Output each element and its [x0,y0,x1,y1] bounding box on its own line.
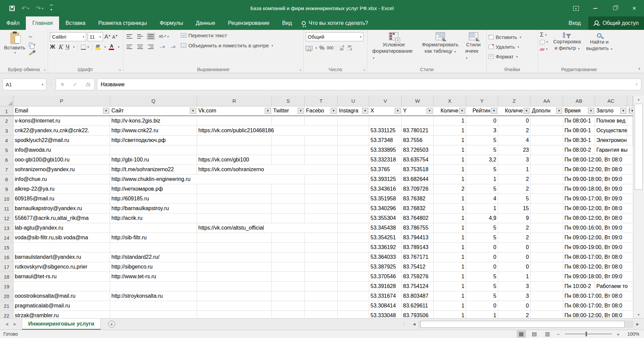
cell[interactable]: http://v-kons.2gis.biz [110,116,197,126]
cell[interactable]: Осуществле [595,126,627,136]
filter-button[interactable]: ▼ [331,108,337,114]
filter-button[interactable]: ▼ [190,108,196,114]
cell[interactable]: Пн 08:00-12:00, Вт 08:0 [563,165,595,175]
cell[interactable]: 15 [498,204,531,213]
cell[interactable]: 1 [434,213,466,223]
cell[interactable]: ooostroikonsalta@mail.ru [13,291,110,301]
cell[interactable] [338,194,369,204]
cell[interactable] [197,301,272,311]
filter-button[interactable]: ▼ [459,108,465,114]
cell[interactable] [531,194,563,204]
cell[interactable]: 83.75412 [402,262,434,272]
column-header-T[interactable]: T [305,96,338,106]
cell[interactable] [531,311,563,318]
column-header-R[interactable]: R [197,96,272,106]
cell[interactable] [338,272,369,282]
cell[interactable] [338,213,369,223]
cell[interactable] [110,282,197,291]
zoom-in-icon[interactable]: + [616,331,621,337]
cell[interactable] [305,243,338,252]
cell[interactable]: 5 [466,282,498,291]
cell[interactable] [531,204,563,213]
cell[interactable] [197,145,272,155]
cell[interactable] [338,252,369,262]
cell[interactable]: Пн 08:00-12:00, Вт 08:0 [563,155,595,165]
cell[interactable]: Время▼ [563,106,595,116]
decrease-indent-button[interactable]: ←≡ [157,43,166,51]
cell[interactable]: barnaul@tet-rs.ru [13,272,110,282]
cell[interactable] [197,175,272,184]
cell[interactable] [305,194,338,204]
cell[interactable]: 83.786755 [402,223,434,233]
cell[interactable]: strzak@rambler.ru [13,311,110,318]
cell[interactable]: 0 [466,243,498,252]
cell[interactable] [531,175,563,184]
cell[interactable] [305,126,338,136]
cell[interactable] [338,126,369,136]
cell[interactable] [305,223,338,233]
cell[interactable]: Гарантия вы [595,145,627,155]
scroll-right-icon[interactable]: ▶ [633,322,642,326]
cell[interactable] [338,136,369,145]
cell[interactable]: 83.709726 [402,184,434,194]
cell[interactable]: 53.332318 [369,155,402,165]
cell[interactable]: 5 [466,272,498,282]
close-icon[interactable]: ✕ [625,0,644,16]
cell[interactable]: v-kons@internet.ru [13,116,110,126]
delete-cells-button[interactable]: Удалить▾ [489,43,521,51]
cell[interactable] [197,243,272,252]
percent-button[interactable]: % [319,45,325,51]
cell[interactable] [338,116,369,126]
cell[interactable]: 53.336192 [369,243,402,252]
cell[interactable] [305,252,338,262]
cell[interactable]: Заголо▼ [595,106,627,116]
cell[interactable]: И▼ [627,106,633,116]
accounting-format-icon[interactable] [306,46,312,50]
cell[interactable]: https://vk.com/gbi100 [197,155,272,165]
cell[interactable]: 1 [434,272,466,282]
cell[interactable]: 53.387925 [369,262,402,272]
cell[interactable] [627,116,633,126]
cell[interactable] [272,175,305,184]
column-header-AA[interactable]: AA [531,96,563,106]
qat-customize-icon[interactable]: ▔▾ [50,6,53,10]
cell[interactable] [272,184,305,194]
expand-formula-bar-icon[interactable]: ˅ [636,83,638,86]
cell[interactable]: http://sibgenco.ru [110,262,197,272]
cell[interactable]: 83.635754 [402,155,434,165]
cell[interactable]: https://vk.com/public210468186 [197,126,272,136]
paste-button[interactable]: Вставить ▾ [2,32,28,65]
cell[interactable] [627,126,633,136]
add-sheet-button[interactable]: + [108,321,115,328]
cell[interactable] [338,175,369,184]
cell[interactable] [305,311,338,318]
cell[interactable] [627,272,633,282]
column-header-partial[interactable] [627,96,633,106]
cell[interactable] [197,184,272,194]
sign-in-button[interactable]: Вход [561,16,588,30]
row-header-17[interactable]: 17 [0,262,13,272]
cell[interactable] [197,282,272,291]
cell[interactable]: 3 [466,126,498,136]
cell[interactable]: Vk.com▼ [197,106,272,116]
cancel-icon[interactable]: ✕ [56,82,69,88]
page-layout-view-icon[interactable]: ▤ [530,330,539,338]
cell[interactable] [197,272,272,282]
row-header-1[interactable]: 1 [0,106,13,116]
cell[interactable] [197,194,272,204]
cell[interactable]: Email▼ [13,106,110,116]
cell[interactable] [305,262,338,272]
row-header-13[interactable]: 13 [0,223,13,233]
cell[interactable] [627,165,633,175]
cell[interactable] [305,184,338,194]
scroll-down-icon[interactable]: ▼ [633,311,644,318]
cell[interactable]: 2 [498,175,531,184]
tab-Разметка страницы[interactable]: Разметка страницы [92,16,153,30]
cell[interactable] [272,243,305,252]
sort-filter-button[interactable]: АЯ Сортировка и фильтр ▾ [551,32,584,65]
comma-style-button[interactable]: 000 [327,46,334,50]
cell[interactable] [627,223,633,233]
cell[interactable]: 83.629611 [402,301,434,311]
column-header-AB[interactable]: AB [563,96,595,106]
cell[interactable]: 0 [466,116,498,126]
